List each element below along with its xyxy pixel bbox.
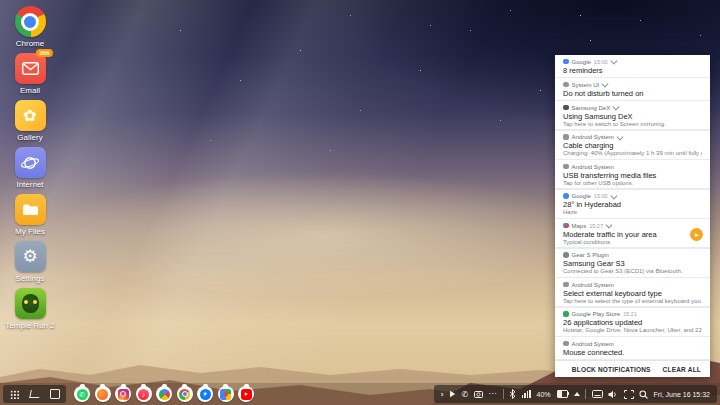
chevron-down-icon[interactable] [610, 58, 616, 64]
clock-date[interactable]: Fri, June 16 15:32 [654, 391, 710, 398]
play-store-notification-icon[interactable] [449, 391, 456, 398]
desktop-icon-email[interactable]: 266 Email [7, 53, 53, 99]
desktop-icon-gallery[interactable]: ✿ Gallery [7, 100, 53, 146]
chrome-icon [179, 389, 190, 400]
more-notifications-icon[interactable]: ⋯ [488, 391, 497, 397]
taskbar-app-whatsapp[interactable]: ✆ [74, 386, 90, 402]
email-icon: 266 [15, 53, 46, 84]
taskbar-app-google-maps[interactable] [218, 386, 234, 402]
battery-percent: 40% [537, 391, 551, 398]
notification-subtitle: Tap here to select the type of external … [563, 298, 702, 305]
search-icon[interactable] [639, 390, 648, 399]
desktop-icon-my-files[interactable]: My Files [7, 194, 53, 240]
desktop-icon-label: Settings [16, 274, 45, 283]
notification-time: 15:00 [594, 59, 608, 65]
taskbar-app-youtube[interactable] [238, 386, 254, 402]
google-photos-icon [159, 389, 170, 400]
notification-time: 15:27 [589, 223, 603, 229]
notification-title: Samsung Gear S3 [563, 259, 702, 268]
tray-expand-chevron-icon[interactable]: › [441, 390, 444, 399]
notification-app-name: Android System [572, 341, 614, 347]
screen-capture-icon[interactable] [624, 390, 634, 399]
notification-app-name: Samsung DeX [572, 105, 611, 111]
keyboard-icon[interactable] [592, 390, 603, 398]
notification-subtitle: Tap for other USB options. [563, 180, 702, 187]
battery-icon [556, 390, 568, 398]
notification-card-play-store[interactable]: Google Play Store 15:21 26 applications … [555, 308, 710, 336]
notification-app-name: Google [572, 193, 591, 199]
clear-all-button[interactable]: CLEAR ALL [663, 366, 701, 373]
system-ui-icon [563, 82, 569, 88]
android-system-icon [563, 134, 569, 140]
notification-subtitle: Haze [563, 209, 702, 216]
notification-title: Do not disturb turned on [563, 89, 702, 98]
tray-divider [585, 389, 586, 399]
google-weather-icon [563, 193, 569, 199]
samsung-dex-icon [563, 105, 569, 111]
notification-card-reminders[interactable]: Google 15:00 8 reminders [555, 55, 710, 77]
notification-title: 8 reminders [563, 66, 702, 75]
notification-card-dnd[interactable]: System UI Do not disturb turned on [555, 78, 710, 100]
email-badge: 266 [36, 49, 52, 57]
notification-title: Moderate traffic in your area [563, 230, 702, 239]
notification-card-charging[interactable]: Android System Cable charging Charging: … [555, 131, 710, 159]
desktop-icon-temple-run-2[interactable]: Temple Run 2 [7, 288, 53, 334]
notification-title: Mouse connected. [563, 348, 702, 357]
chevron-down-icon[interactable] [613, 104, 619, 110]
gear-icon: ⚙ [15, 241, 46, 272]
notification-time: 15:21 [623, 311, 637, 317]
notification-title: USB transferring media files [563, 171, 702, 180]
android-system-icon [563, 164, 569, 170]
desktop-icon-internet[interactable]: Internet [7, 147, 53, 193]
chevron-down-icon[interactable] [617, 133, 623, 139]
signal-strength-icon[interactable] [522, 390, 531, 398]
notification-card-traffic[interactable]: Maps 15:27 Moderate traffic in your area… [555, 219, 710, 247]
taskbar: ✆ ♪ › ✆ ⋯ 40% [0, 383, 720, 405]
notification-title: 28° in Hyderabad [563, 200, 702, 209]
whatsapp-notification-icon[interactable]: ✆ [461, 390, 468, 399]
volume-icon[interactable] [608, 390, 618, 399]
notification-app-name: System UI [572, 82, 600, 88]
notification-app-name: Gear S Plugin [572, 252, 609, 258]
notification-subtitle: Tap here to switch to Screen mirroring. [563, 121, 702, 128]
desktop-button[interactable] [49, 389, 60, 400]
notification-card-dex[interactable]: Samsung DeX Using Samsung DeX Tap here t… [555, 101, 710, 129]
whatsapp-icon: ✆ [77, 389, 88, 400]
android-system-icon [563, 282, 569, 288]
notification-card-weather[interactable]: Google 15:00 28° in Hyderabad Haze [555, 190, 710, 218]
notification-card-gear[interactable]: Gear S Plugin Samsung Gear S3 Connected … [555, 249, 710, 277]
camera-notification-icon[interactable] [474, 390, 483, 398]
desktop-icon-label: Temple Run 2 [5, 321, 54, 330]
taskbar-app-messenger[interactable] [197, 386, 213, 402]
desktop-icon-label: Email [20, 86, 40, 95]
chevron-down-icon[interactable] [606, 222, 612, 228]
taskbar-app-apple-music[interactable]: ♪ [136, 386, 152, 402]
taskbar-app-instagram[interactable] [115, 386, 131, 402]
desktop-square-icon [50, 389, 60, 399]
desktop-icon-chrome[interactable]: Chrome [7, 6, 53, 52]
desktop-icon-settings[interactable]: ⚙ Settings [7, 241, 53, 287]
notification-subtitle: Hotstar, Google Drive, Nova Launcher, Ub… [563, 327, 702, 334]
recents-button[interactable] [29, 389, 40, 400]
desktop-icon-label: My Files [15, 227, 45, 236]
desktop-icon-label: Chrome [16, 39, 44, 48]
bluetooth-icon[interactable] [509, 389, 516, 399]
traffic-navigation-icon[interactable]: ➤ [690, 228, 703, 241]
taskbar-app-google-photos[interactable] [156, 386, 172, 402]
block-notifications-button[interactable]: BLOCK NOTIFICATIONS [572, 366, 651, 373]
chevron-down-icon[interactable] [610, 192, 616, 198]
taskbar-app-jiosaavn[interactable] [95, 386, 111, 402]
notification-time: 15:00 [594, 193, 608, 199]
chevron-down-icon[interactable] [602, 81, 608, 87]
youtube-icon [241, 389, 252, 400]
apps-grid-button[interactable] [9, 389, 20, 400]
notification-panel: Google 15:00 8 reminders System UI Do no… [555, 55, 710, 377]
tray-divider [503, 389, 504, 399]
caret-up-icon[interactable] [574, 392, 580, 396]
google-play-store-icon [563, 311, 569, 317]
google-maps-icon [220, 389, 231, 400]
notification-card-usb[interactable]: Android System USB transferring media fi… [555, 160, 710, 188]
notification-card-mouse[interactable]: Android System Mouse connected. [555, 337, 710, 359]
notification-card-keyboard[interactable]: Android System Select external keyboard … [555, 278, 710, 306]
taskbar-app-chrome[interactable] [177, 386, 193, 402]
